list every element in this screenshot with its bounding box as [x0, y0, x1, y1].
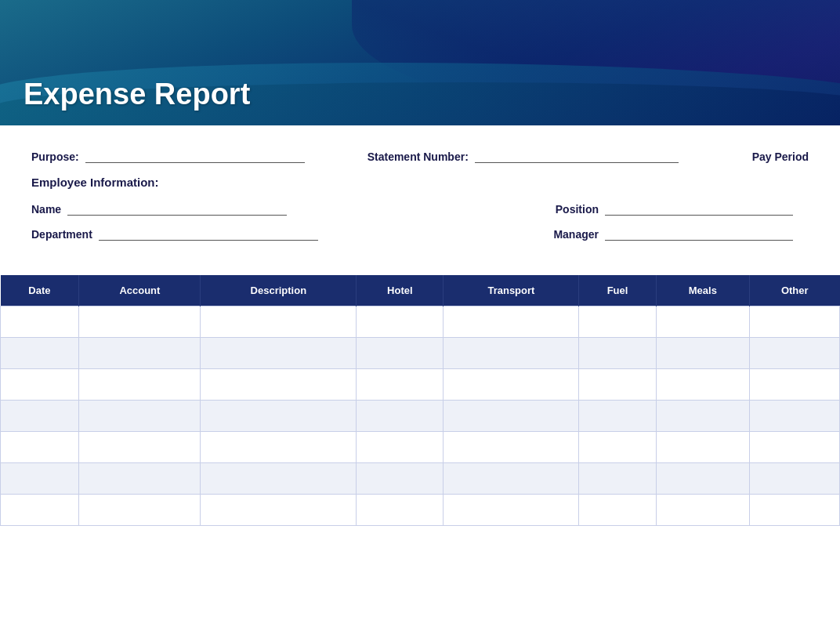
table-cell-r1-c2[interactable]	[201, 338, 357, 369]
pay-period-label: Pay Period	[752, 150, 809, 163]
table-cell-r5-c4[interactable]	[444, 463, 579, 495]
table-cell-r3-c2[interactable]	[201, 401, 357, 432]
table-cell-r6-c5[interactable]	[579, 495, 656, 526]
table-cell-r4-c6[interactable]	[656, 432, 749, 463]
table-cell-r0-c7[interactable]	[750, 306, 840, 338]
name-label: Name	[31, 203, 61, 216]
table-cell-r1-c4[interactable]	[444, 338, 579, 369]
position-field: Position	[556, 201, 809, 216]
table-cell-r3-c6[interactable]	[656, 401, 749, 432]
purpose-field: Purpose:	[31, 149, 305, 163]
form-row-dept-manager: Department Manager	[31, 227, 809, 241]
table-col-date: Date	[1, 275, 79, 306]
employee-info-label: Employee Information:	[31, 176, 809, 189]
table-cell-r4-c4[interactable]	[444, 432, 579, 463]
table-cell-r0-c0[interactable]	[1, 306, 79, 338]
position-label: Position	[556, 203, 599, 216]
table-cell-r4-c5[interactable]	[579, 432, 656, 463]
table-cell-r2-c0[interactable]	[1, 369, 79, 401]
table-col-meals: Meals	[656, 275, 749, 306]
table-cell-r4-c3[interactable]	[357, 432, 444, 463]
table-cell-r0-c3[interactable]	[357, 306, 444, 338]
table-row	[1, 463, 840, 495]
table-cell-r5-c2[interactable]	[201, 463, 357, 495]
table-cell-r0-c1[interactable]	[79, 306, 201, 338]
table-cell-r1-c3[interactable]	[357, 338, 444, 369]
name-input[interactable]	[67, 201, 287, 216]
table-cell-r4-c2[interactable]	[201, 432, 357, 463]
table-cell-r5-c7[interactable]	[750, 463, 840, 495]
manager-field: Manager	[553, 227, 809, 241]
table-cell-r4-c7[interactable]	[750, 432, 840, 463]
table-cell-r0-c2[interactable]	[201, 306, 357, 338]
department-field: Department	[31, 227, 318, 241]
expense-table: DateAccountDescriptionHotelTransportFuel…	[0, 275, 840, 526]
report-header: Expense Report	[0, 0, 840, 125]
table-header: DateAccountDescriptionHotelTransportFuel…	[1, 275, 840, 306]
table-cell-r3-c0[interactable]	[1, 401, 79, 432]
table-col-hotel: Hotel	[357, 275, 444, 306]
table-cell-r5-c6[interactable]	[656, 463, 749, 495]
table-row	[1, 306, 840, 338]
table-cell-r6-c7[interactable]	[750, 495, 840, 526]
form-row-name-position: Name Position	[31, 201, 809, 216]
table-cell-r6-c2[interactable]	[201, 495, 357, 526]
table-cell-r3-c7[interactable]	[750, 401, 840, 432]
table-cell-r1-c7[interactable]	[750, 338, 840, 369]
name-field: Name	[31, 201, 287, 216]
table-row	[1, 369, 840, 401]
table-cell-r0-c5[interactable]	[579, 306, 656, 338]
purpose-input[interactable]	[85, 149, 305, 163]
table-col-transport: Transport	[444, 275, 579, 306]
table-cell-r2-c5[interactable]	[579, 369, 656, 401]
table-cell-r2-c6[interactable]	[656, 369, 749, 401]
table-cell-r5-c5[interactable]	[579, 463, 656, 495]
form-section: Purpose: Statement Number: Pay Period Em…	[0, 125, 840, 267]
table-cell-r5-c0[interactable]	[1, 463, 79, 495]
purpose-label: Purpose:	[31, 150, 79, 163]
table-cell-r1-c1[interactable]	[79, 338, 201, 369]
table-cell-r2-c4[interactable]	[444, 369, 579, 401]
statement-number-input[interactable]	[475, 149, 679, 163]
statement-number-field: Statement Number:	[368, 149, 679, 163]
manager-label: Manager	[553, 228, 599, 241]
table-cell-r2-c1[interactable]	[79, 369, 201, 401]
table-body	[1, 306, 840, 526]
table-cell-r3-c5[interactable]	[579, 401, 656, 432]
table-col-other: Other	[750, 275, 840, 306]
table-cell-r2-c7[interactable]	[750, 369, 840, 401]
table-cell-r4-c0[interactable]	[1, 432, 79, 463]
table-cell-r3-c3[interactable]	[357, 401, 444, 432]
position-input[interactable]	[605, 201, 793, 216]
manager-input[interactable]	[605, 227, 793, 241]
table-cell-r6-c1[interactable]	[79, 495, 201, 526]
table-cell-r0-c4[interactable]	[444, 306, 579, 338]
table-cell-r6-c6[interactable]	[656, 495, 749, 526]
table-row	[1, 432, 840, 463]
table-cell-r5-c3[interactable]	[357, 463, 444, 495]
table-cell-r3-c1[interactable]	[79, 401, 201, 432]
table-col-account: Account	[79, 275, 201, 306]
pay-period-field: Pay Period	[752, 150, 809, 163]
table-cell-r2-c2[interactable]	[201, 369, 357, 401]
table-cell-r6-c0[interactable]	[1, 495, 79, 526]
table-cell-r3-c4[interactable]	[444, 401, 579, 432]
table-header-row: DateAccountDescriptionHotelTransportFuel…	[1, 275, 840, 306]
table-cell-r6-c4[interactable]	[444, 495, 579, 526]
report-title: Expense Report	[24, 78, 250, 111]
table-cell-r5-c1[interactable]	[79, 463, 201, 495]
table-row	[1, 495, 840, 526]
table-col-description: Description	[201, 275, 357, 306]
department-input[interactable]	[99, 227, 318, 241]
table-col-fuel: Fuel	[579, 275, 656, 306]
table-cell-r1-c0[interactable]	[1, 338, 79, 369]
table-cell-r4-c1[interactable]	[79, 432, 201, 463]
table-cell-r1-c6[interactable]	[656, 338, 749, 369]
table-row	[1, 338, 840, 369]
table-cell-r1-c5[interactable]	[579, 338, 656, 369]
table-cell-r2-c3[interactable]	[357, 369, 444, 401]
table-row	[1, 401, 840, 432]
table-cell-r0-c6[interactable]	[656, 306, 749, 338]
form-row-top: Purpose: Statement Number: Pay Period	[31, 149, 809, 163]
table-cell-r6-c3[interactable]	[357, 495, 444, 526]
